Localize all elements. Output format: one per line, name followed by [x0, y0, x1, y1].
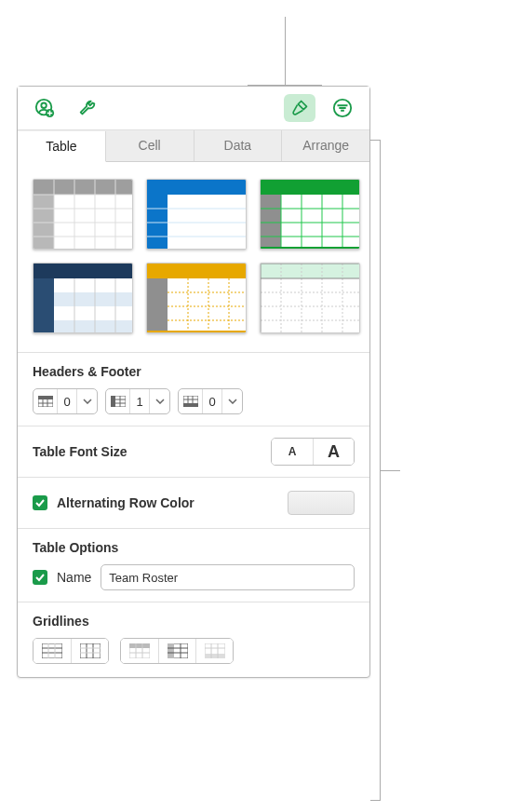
headers-footer-title: Headers & Footer	[33, 364, 355, 379]
svg-rect-51	[261, 264, 360, 278]
chevron-down-icon[interactable]	[149, 389, 169, 413]
footer-rows-icon	[179, 389, 203, 413]
table-style-yellow[interactable]	[146, 263, 247, 333]
alt-row-checkbox[interactable]	[33, 495, 47, 510]
svg-rect-31	[261, 247, 360, 250]
svg-rect-87	[129, 643, 150, 648]
header-cols-stepper[interactable]: 1	[105, 388, 170, 414]
alt-row-label: Alternating Row Color	[57, 495, 278, 510]
svg-rect-92	[168, 643, 174, 658]
table-style-gray[interactable]	[33, 179, 133, 250]
gridlines-horizontal-button[interactable]	[34, 639, 71, 663]
font-size-label: Table Font Size	[33, 444, 127, 459]
footer-rows-value: 0	[203, 395, 221, 409]
svg-rect-42	[147, 264, 247, 278]
header-rows-value: 0	[58, 395, 76, 409]
gridlines-footer-button[interactable]	[195, 639, 233, 663]
gridlines-title: Gridlines	[33, 614, 355, 629]
wrench-icon	[77, 98, 98, 118]
format-inspector-panel: Table Cell Data Arrange	[17, 86, 370, 678]
filter-icon	[332, 98, 353, 118]
header-rows-stepper[interactable]: 0	[33, 388, 98, 414]
alt-row-section: Alternating Row Color	[18, 478, 369, 529]
svg-point-1	[41, 103, 47, 109]
table-name-label: Name	[57, 570, 91, 585]
tab-cell[interactable]: Cell	[106, 130, 194, 161]
svg-rect-81	[80, 643, 101, 658]
gridlines-section: Gridlines	[18, 602, 369, 677]
font-smaller-button[interactable]: A	[272, 439, 313, 465]
svg-rect-23	[261, 180, 360, 195]
gridlines-header-col-button[interactable]	[158, 639, 195, 663]
svg-rect-17	[147, 180, 247, 195]
font-size-section: Table Font Size A A	[18, 426, 369, 478]
headers-footer-section: Headers & Footer 0 1	[18, 353, 369, 426]
svg-rect-62	[38, 396, 53, 399]
gridlines-header-row-button[interactable]	[121, 639, 158, 663]
person-plus-icon	[34, 98, 55, 118]
sort-filter-button[interactable]	[327, 94, 358, 122]
font-size-buttons: A A	[271, 438, 355, 466]
table-options-section: Table Options Name	[18, 529, 369, 602]
table-style-navy-striped[interactable]	[33, 263, 133, 333]
svg-rect-67	[111, 396, 115, 407]
font-larger-button[interactable]: A	[313, 439, 354, 465]
svg-rect-36	[34, 264, 133, 278]
alt-row-color-well[interactable]	[288, 491, 355, 515]
gridlines-header-group	[120, 638, 234, 664]
header-cols-value: 1	[130, 395, 149, 409]
tab-data[interactable]: Data	[194, 130, 283, 161]
table-name-checkbox[interactable]	[33, 570, 47, 585]
tab-arrange[interactable]: Arrange	[282, 130, 369, 161]
header-cols-icon	[106, 389, 130, 413]
inspector-tabs: Table Cell Data Arrange	[18, 130, 369, 162]
paintbrush-icon	[290, 99, 309, 117]
table-style-green[interactable]	[260, 179, 360, 250]
table-name-input[interactable]	[101, 564, 355, 590]
table-options-title: Table Options	[33, 540, 355, 555]
toolbar	[18, 87, 369, 130]
settings-button[interactable]	[72, 94, 103, 122]
header-rows-icon	[34, 389, 58, 413]
table-styles-grid	[18, 162, 369, 353]
gridlines-body-group	[33, 638, 109, 664]
check-icon	[34, 572, 46, 583]
collaborate-button[interactable]	[29, 94, 60, 122]
footer-rows-stepper[interactable]: 0	[178, 388, 243, 414]
table-style-mint-outline[interactable]	[260, 263, 360, 333]
chevron-down-icon[interactable]	[221, 389, 242, 413]
gridlines-vertical-button[interactable]	[71, 639, 108, 663]
check-icon	[34, 497, 46, 508]
svg-rect-97	[205, 654, 225, 658]
svg-rect-72	[183, 403, 198, 407]
tab-table[interactable]: Table	[18, 131, 106, 162]
format-button[interactable]	[284, 94, 315, 122]
svg-rect-6	[34, 180, 133, 195]
svg-rect-76	[42, 643, 62, 658]
chevron-down-icon[interactable]	[76, 389, 97, 413]
table-style-blue[interactable]	[146, 179, 247, 250]
svg-rect-49	[147, 331, 247, 333]
